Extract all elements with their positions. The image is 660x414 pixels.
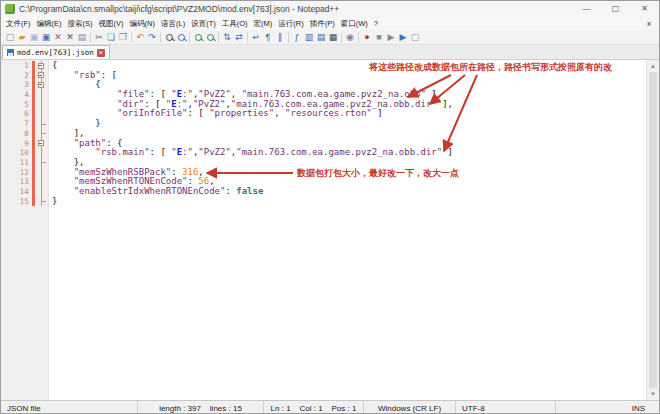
- folder-as-workspace-icon[interactable]: ▦: [327, 31, 339, 44]
- tab-close-icon[interactable]: ×: [97, 49, 105, 57]
- find-icon[interactable]: [163, 31, 175, 44]
- save-macro-icon[interactable]: ▢: [409, 31, 421, 44]
- status-insert-mode: INS: [556, 401, 659, 414]
- code-line-8[interactable]: ],: [52, 129, 646, 139]
- line-number: 3: [1, 80, 32, 90]
- record-macro-icon[interactable]: ●: [361, 31, 373, 44]
- fold-guide: [35, 109, 48, 119]
- fold-guide: [35, 197, 48, 207]
- scroll-up-icon[interactable]: ▲: [647, 60, 659, 72]
- open-file-icon[interactable]: ▰: [16, 31, 28, 44]
- line-number: 4: [1, 90, 32, 100]
- sync-scroll-vertical-icon[interactable]: ⇅: [221, 31, 233, 44]
- toolbar-separator: [90, 32, 91, 43]
- menu-item-encoding[interactable]: 编码(N): [127, 17, 158, 30]
- word-wrap-icon[interactable]: ↵: [250, 31, 262, 44]
- minimize-button[interactable]: —: [572, 1, 601, 17]
- title-bar: C:\ProgramData\cn.smallpc\taiji\cfg\scri…: [1, 1, 659, 17]
- code-area[interactable]: { "rsb": [ { "file": [ "E:","PvZ2", "mai…: [49, 60, 646, 400]
- indent-guide-icon[interactable]: ∥: [274, 31, 286, 44]
- fold-guide: [35, 100, 48, 110]
- toolbar-separator: [189, 32, 190, 43]
- menu-item-help[interactable]: ?: [371, 17, 381, 30]
- menu-item-macro[interactable]: 宏(M): [251, 17, 276, 30]
- line-number: 7: [1, 119, 32, 129]
- show-all-characters-icon[interactable]: ¶: [262, 31, 274, 44]
- paste-icon[interactable]: ❐: [117, 31, 129, 44]
- toolbar-separator: [160, 32, 161, 43]
- replace-icon[interactable]: [175, 31, 187, 44]
- fold-guide: [35, 168, 48, 178]
- menu-item-window[interactable]: 窗口(W): [338, 17, 371, 30]
- line-number: 11: [1, 158, 32, 168]
- fold-guide: [35, 158, 48, 168]
- cut-icon[interactable]: ✂: [93, 31, 105, 44]
- save-icon[interactable]: ▣: [28, 31, 40, 44]
- menu-item-run[interactable]: 运行(R): [275, 17, 306, 30]
- menu-item-edit[interactable]: 编辑(E): [34, 17, 65, 30]
- zoom-in-icon[interactable]: [192, 31, 204, 44]
- undo-icon[interactable]: ↶: [134, 31, 146, 44]
- toolbar-separator: [247, 32, 248, 43]
- close-document-icon[interactable]: x: [647, 17, 651, 30]
- fold-collapse-icon[interactable]: [35, 71, 48, 81]
- code-line-7[interactable]: }: [52, 119, 646, 129]
- scrollbar-thumb[interactable]: [649, 72, 657, 388]
- line-number: 1: [1, 61, 32, 71]
- document-list-icon[interactable]: ▤: [315, 31, 327, 44]
- line-number: 10: [1, 148, 32, 158]
- tab-mod-env-json[interactable]: mod.env[763].json ×: [2, 45, 110, 59]
- monitoring-icon[interactable]: ◉: [344, 31, 356, 44]
- status-encoding[interactable]: UTF-8: [456, 401, 556, 414]
- code-line-15[interactable]: }: [52, 197, 646, 207]
- menu-item-view[interactable]: 视图(V): [96, 17, 127, 30]
- fold-collapse-icon[interactable]: [35, 61, 48, 71]
- function-list-icon[interactable]: ƒ: [291, 31, 303, 44]
- line-number: 14: [1, 187, 32, 197]
- code-line-1[interactable]: {: [52, 61, 646, 71]
- code-line-10[interactable]: "rsb.main": [ "E:","PvZ2","main.763.com.…: [52, 148, 646, 158]
- code-line-2[interactable]: "rsb": [: [52, 71, 646, 81]
- close-all-icon[interactable]: ✕: [64, 31, 76, 44]
- stop-macro-icon[interactable]: ■: [373, 31, 385, 44]
- sync-scroll-horizontal-icon[interactable]: ⇄: [233, 31, 245, 44]
- menu-item-plugins[interactable]: 插件(P): [307, 17, 338, 30]
- run-macro-multiple-icon[interactable]: ▶: [397, 31, 409, 44]
- close-button[interactable]: ✕: [630, 1, 659, 17]
- fold-guide: [35, 187, 48, 197]
- save-all-icon[interactable]: ▣: [40, 31, 52, 44]
- menu-item-language[interactable]: 语言(L): [158, 17, 188, 30]
- saved-file-icon: [7, 49, 14, 56]
- new-file-icon[interactable]: ▢: [4, 31, 16, 44]
- menu-item-file[interactable]: 文件(F): [3, 17, 34, 30]
- vertical-scrollbar[interactable]: ▲ ▼: [646, 60, 659, 400]
- maximize-button[interactable]: ▢: [601, 1, 630, 17]
- line-number: 12: [1, 168, 32, 178]
- menu-bar: x 文件(F)编辑(E)搜索(S)视图(V)编码(N)语言(L)设置(T)工具(…: [1, 17, 659, 30]
- notepadpp-logo-icon: [5, 4, 15, 14]
- editor-area: 123456789101112131415 { "rsb": [ { "file…: [1, 60, 659, 400]
- code-line-6[interactable]: "oriInfoFile": [ "properties", "resource…: [52, 109, 646, 119]
- close-icon[interactable]: ✕: [52, 31, 64, 44]
- redo-icon[interactable]: ↷: [146, 31, 158, 44]
- menu-item-settings[interactable]: 设置(T): [188, 17, 219, 30]
- toolbar-separator: [131, 32, 132, 43]
- fold-collapse-icon[interactable]: [35, 139, 48, 149]
- copy-icon[interactable]: ❏: [105, 31, 117, 44]
- code-line-14[interactable]: "enableStrIdxWhenRTONEnCode": false: [52, 187, 646, 197]
- fold-collapse-icon[interactable]: [35, 80, 48, 90]
- line-number: 6: [1, 109, 32, 119]
- window-controls: —▢✕: [572, 1, 659, 17]
- playback-macro-icon[interactable]: ▶: [385, 31, 397, 44]
- line-number: 8: [1, 129, 32, 139]
- menu-item-tools[interactable]: 工具(O): [219, 17, 251, 30]
- print-icon[interactable]: ▤: [76, 31, 88, 44]
- status-eol-format[interactable]: Windows (CR LF): [364, 401, 456, 414]
- document-map-icon[interactable]: ▥: [303, 31, 315, 44]
- zoom-out-icon[interactable]: [204, 31, 216, 44]
- status-length-lines: length : 397 lines : 15: [138, 401, 264, 414]
- menu-item-search[interactable]: 搜索(S): [65, 17, 96, 30]
- line-number: 15: [1, 197, 32, 207]
- tab-label: mod.env[763].json: [17, 48, 94, 57]
- scroll-down-icon[interactable]: ▼: [647, 388, 659, 400]
